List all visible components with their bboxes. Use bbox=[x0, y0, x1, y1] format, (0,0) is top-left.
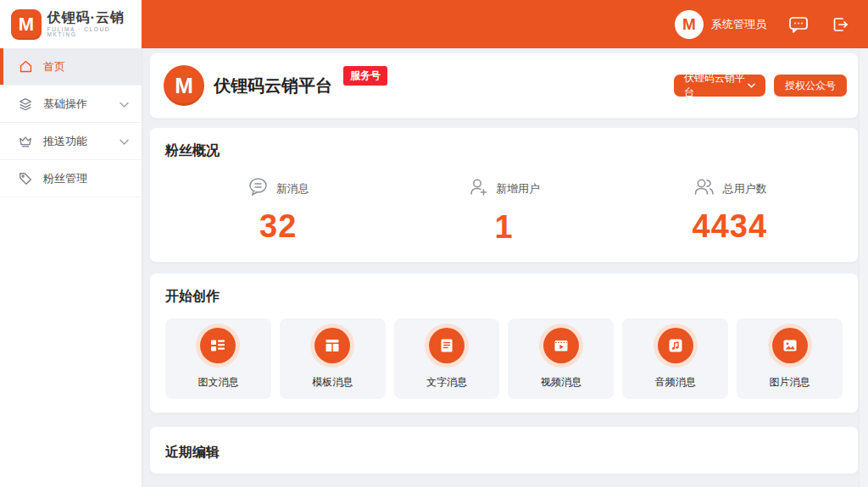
section-title-recent-edits: 近期编辑 bbox=[165, 444, 843, 462]
section-title-start-creating: 开始创作 bbox=[165, 288, 843, 306]
richtext-icon bbox=[200, 328, 236, 363]
create-audio-message[interactable]: 音频消息 bbox=[622, 318, 728, 399]
top-header: M 伏锂码·云销 FULIMA · CLOUD MKTING M 系统管理员 bbox=[0, 0, 868, 48]
account-avatar: M bbox=[164, 65, 204, 106]
sidebar-item-label: 粉丝管理 bbox=[43, 171, 87, 186]
account-controls: 伏锂码云销平台 授权公众号 bbox=[674, 75, 847, 97]
header-right: M 系统管理员 bbox=[675, 0, 868, 48]
start-creating-card: 开始创作 图文消息 模板消息 bbox=[149, 273, 859, 413]
recent-edits-card: 近期编辑 bbox=[149, 426, 859, 474]
logout-icon[interactable] bbox=[831, 15, 849, 34]
account-profile-card: M 伏锂码云销平台 服务号 伏锂码云销平台 授权公众号 bbox=[149, 53, 859, 119]
create-template-message[interactable]: 模板消息 bbox=[280, 318, 386, 399]
sidebar-item-label: 首页 bbox=[43, 59, 65, 75]
create-item-label: 模板消息 bbox=[312, 375, 353, 390]
sidebar-item-label: 基础操作 bbox=[43, 97, 87, 112]
account-title: 伏锂码云销平台 bbox=[214, 75, 332, 97]
sidebar-item-home[interactable]: 首页 bbox=[0, 48, 142, 86]
brand-logo-area: M 伏锂码·云销 FULIMA · CLOUD MKTING bbox=[0, 0, 142, 48]
sidebar-item-label: 推送功能 bbox=[43, 134, 87, 149]
authorize-account-button[interactable]: 授权公众号 bbox=[774, 75, 847, 97]
brand-text: 伏锂码·云销 FULIMA · CLOUD MKTING bbox=[47, 11, 142, 38]
brand-subtitle: FULIMA · CLOUD MKTING bbox=[47, 27, 142, 38]
user-name: 系统管理员 bbox=[711, 17, 766, 32]
stat-value: 1 bbox=[494, 209, 513, 246]
create-item-label: 音频消息 bbox=[655, 375, 696, 390]
sidebar-item-push[interactable]: 推送功能 bbox=[0, 123, 142, 160]
account-type-badge: 服务号 bbox=[343, 66, 387, 86]
stat-new-messages: 新消息 32 bbox=[165, 177, 391, 246]
stat-value: 32 bbox=[259, 208, 297, 245]
stat-new-users: 新增用户 1 bbox=[391, 177, 616, 246]
stat-total-users: 总用户数 4434 bbox=[617, 177, 843, 246]
tag-icon bbox=[18, 171, 33, 186]
stat-label: 总用户数 bbox=[723, 181, 767, 196]
brand-name: 伏锂码·云销 bbox=[47, 11, 142, 25]
chevron-down-icon bbox=[120, 97, 129, 110]
template-icon bbox=[314, 328, 350, 363]
text-document-icon bbox=[429, 328, 465, 363]
users-icon bbox=[693, 177, 715, 200]
chevron-down-icon bbox=[120, 135, 129, 147]
create-item-label: 视频消息 bbox=[541, 375, 581, 390]
scrollbar[interactable] bbox=[859, 48, 868, 487]
create-item-label: 图文消息 bbox=[198, 375, 238, 390]
messages-icon[interactable] bbox=[788, 15, 809, 34]
message-bubble-icon bbox=[248, 177, 269, 200]
user-avatar: M bbox=[675, 10, 704, 39]
stats-row: 新消息 32 新增用户 1 bbox=[165, 177, 843, 246]
account-selector-value: 伏锂码云销平台 bbox=[684, 71, 748, 100]
user-menu[interactable]: M 系统管理员 bbox=[675, 10, 766, 39]
user-plus-icon bbox=[468, 177, 488, 201]
video-icon bbox=[543, 328, 579, 363]
create-text-message[interactable]: 文字消息 bbox=[394, 318, 500, 399]
section-title-fans-overview: 粉丝概况 bbox=[165, 142, 843, 160]
brand-logo-icon: M bbox=[11, 9, 42, 40]
stat-value: 4434 bbox=[693, 208, 768, 245]
layers-icon bbox=[18, 97, 33, 112]
create-item-label: 图片消息 bbox=[770, 375, 810, 390]
home-icon bbox=[18, 59, 33, 75]
create-image-message[interactable]: 图片消息 bbox=[737, 318, 843, 399]
crown-icon bbox=[18, 134, 33, 149]
stat-label: 新消息 bbox=[276, 181, 309, 196]
image-icon bbox=[772, 328, 808, 363]
stat-label: 新增用户 bbox=[496, 181, 540, 196]
create-richtext-message[interactable]: 图文消息 bbox=[165, 318, 271, 399]
sidebar-item-fans[interactable]: 粉丝管理 bbox=[0, 160, 142, 197]
chevron-down-icon bbox=[748, 83, 755, 88]
sidebar: 首页 基础操作 推送功能 bbox=[0, 48, 142, 487]
create-item-label: 文字消息 bbox=[426, 375, 467, 390]
fans-overview-card: 粉丝概况 新消息 32 bbox=[149, 127, 859, 263]
audio-icon bbox=[658, 328, 693, 363]
create-grid: 图文消息 模板消息 文字消息 bbox=[165, 318, 843, 399]
sidebar-item-basic-ops[interactable]: 基础操作 bbox=[0, 86, 142, 123]
create-video-message[interactable]: 视频消息 bbox=[508, 318, 614, 399]
account-selector[interactable]: 伏锂码云销平台 bbox=[674, 75, 765, 97]
